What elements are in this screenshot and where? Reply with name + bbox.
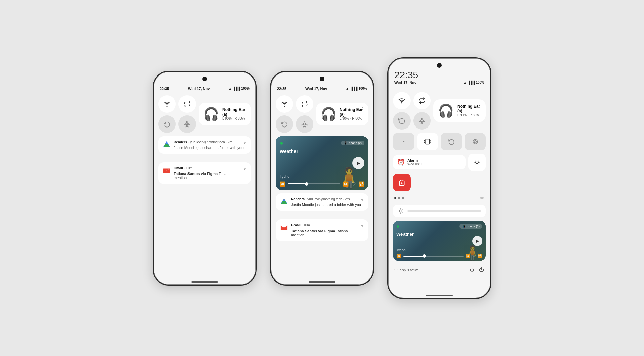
- svg-line-21: [475, 164, 475, 164]
- transfer-toggle[interactable]: [178, 95, 196, 113]
- repeat-button-3[interactable]: 🔁: [478, 254, 482, 258]
- svg-line-17: [475, 160, 475, 160]
- svg-point-10: [401, 102, 402, 103]
- nfc-toggle[interactable]: [465, 133, 486, 150]
- settings-icon[interactable]: ⚙: [470, 267, 474, 273]
- quick-settings-row-3: ⋮ 🎧 Nothing Ear (a) L 90% · R 80%: [393, 92, 486, 130]
- earbuds-more-icon-2[interactable]: ⋮: [360, 106, 365, 112]
- vibrate-toggle[interactable]: [417, 133, 438, 150]
- dot-toggle[interactable]: ●: [393, 133, 414, 150]
- notif-app-gmail-2: Gmail: [291, 223, 301, 227]
- phone-3: 22:35 Wed 17, Nov ▲ ▐▐▐ 100%: [387, 57, 491, 299]
- rewind-button-2[interactable]: ⏪: [280, 181, 285, 187]
- wifi-toggle-3[interactable]: [393, 92, 411, 109]
- phone-device-icon: 📱: [344, 141, 347, 145]
- spotify-icon: ●: [280, 140, 283, 147]
- airplane-toggle[interactable]: [178, 115, 196, 133]
- phone-2: 22:35 Wed 17, Nov ▲ ▐▐▐ 100%: [270, 71, 374, 286]
- media-overlay: ● 📱 phone (2) Weather Tycho ▶ ⏪: [276, 136, 368, 190]
- media-track-artist-3: Tycho: [396, 248, 482, 252]
- heart-button-3[interactable]: ♡: [472, 254, 476, 258]
- earbuds-battery-3: L 90% · R 80%: [457, 113, 481, 117]
- notif-chevron-4[interactable]: ∨: [361, 223, 364, 228]
- quick-settings-row-2: ⋮ 🎧 Nothing Ear (a) L 90% · R 80%: [276, 95, 368, 133]
- repeat-button-2[interactable]: 🔁: [359, 181, 364, 187]
- status-time: 22:35: [160, 87, 169, 91]
- earbuds-card-3[interactable]: ⋮ 🎧 Nothing Ear (a) L 90% · R 80%: [433, 99, 486, 122]
- heart-button-2[interactable]: ♡: [352, 181, 356, 187]
- svg-line-32: [399, 212, 399, 213]
- svg-point-5: [284, 106, 285, 106]
- rotate-toggle-2[interactable]: [276, 115, 293, 133]
- notif-chevron-2[interactable]: ∨: [243, 166, 246, 171]
- svg-line-28: [399, 209, 399, 209]
- gdrive-icon: [163, 141, 170, 148]
- status-date: Wed 17, Nov: [188, 87, 210, 91]
- battery-text-3: 100%: [476, 81, 484, 84]
- media-progress-bar-3[interactable]: [403, 256, 464, 257]
- rotate-toggle-3[interactable]: [393, 112, 411, 130]
- home-bar[interactable]: [191, 281, 218, 283]
- wifi-toggle-2[interactable]: [276, 95, 293, 113]
- airplane-toggle-3[interactable]: [413, 112, 431, 130]
- forward-button-2[interactable]: ⏩: [343, 181, 349, 187]
- flashlight-toggle[interactable]: [393, 174, 411, 191]
- earbuds-battery-2: L 90% · R 80%: [340, 117, 364, 120]
- brightness-slider-row[interactable]: [393, 205, 486, 217]
- earbuds-card-2[interactable]: ⋮ 🎧 Nothing Ear (a) L 90% · R 80%: [316, 103, 368, 125]
- play-button-2[interactable]: ▶: [352, 157, 364, 169]
- media-progress-bar-2[interactable]: [288, 183, 340, 184]
- alarm-tile[interactable]: ⏰ Alarm Wed 08:00: [393, 155, 466, 169]
- battery-icon: 100%: [241, 87, 250, 90]
- notif-text-gmail-2: Tatiana Santos via Figma Tatiana mention…: [291, 229, 364, 237]
- status-bar-2: 22:35 Wed 17, Nov ▲ ▐▐▐ 100%: [276, 87, 368, 91]
- alarm-controls-row: ⏰ Alarm Wed 08:00: [393, 154, 486, 191]
- media-progress-fill-2: [288, 183, 307, 184]
- notification-body-2: Gmail · 10m ∨ Tatiana Santos via Figma T…: [174, 166, 246, 180]
- forward-button-3[interactable]: ⏩: [466, 254, 470, 258]
- status-date-2: Wed 17, Nov: [305, 87, 327, 91]
- media-progress-fill-3: [403, 256, 424, 257]
- svg-line-29: [402, 212, 403, 213]
- dot-1: [394, 197, 396, 199]
- transfer-toggle-2[interactable]: [296, 95, 313, 113]
- power-icon[interactable]: ⏻: [479, 267, 484, 273]
- notif-chevron-1[interactable]: ∨: [243, 140, 246, 145]
- home-bar-2[interactable]: [309, 281, 335, 283]
- signal-icon-3: ▐▐▐: [468, 81, 475, 84]
- signal-icon: ▐▐▐: [233, 87, 240, 90]
- svg-line-33: [402, 209, 403, 209]
- phone-notch-3: [437, 63, 442, 68]
- svg-point-0: [167, 106, 167, 106]
- toggle-column-2: [276, 95, 313, 133]
- svg-marker-4: [165, 141, 168, 144]
- battery-text-2: 100%: [358, 87, 367, 90]
- alarm-time: Wed 08:00: [407, 162, 423, 166]
- dots-row: ✏: [393, 195, 486, 201]
- earbuds-more-icon-3[interactable]: ⋮: [477, 103, 482, 109]
- notif-header-2: Gmail · 10m ∨: [174, 166, 246, 171]
- earbuds-battery: L 90% · R 80%: [222, 117, 246, 120]
- active-apps-text: 1 app is active: [397, 268, 419, 272]
- brightness-track[interactable]: [407, 210, 481, 212]
- media-player-2: 🧍 ● 📱 phone (2) Weather Tycho ▶: [276, 136, 368, 190]
- svg-marker-9: [282, 198, 285, 201]
- transfer-toggle-3[interactable]: [413, 92, 431, 109]
- brightness-ctrl-toggle[interactable]: [468, 154, 486, 171]
- edit-icon[interactable]: ✏: [480, 195, 484, 201]
- rotate-toggle[interactable]: [158, 115, 176, 133]
- earbuds-card[interactable]: ⋮ 🎧 Nothing Ear (a) L 90% · R 80%: [199, 103, 251, 125]
- cast-toggle[interactable]: [441, 133, 462, 150]
- notification-body-4: Gmail · 10m ∨ Tatiana Santos via Figma T…: [291, 223, 364, 237]
- status-bar-1: 22:35 Wed 17, Nov ▲ ▐▐▐ 100%: [158, 87, 251, 91]
- rewind-button-3[interactable]: ⏪: [396, 254, 401, 258]
- wifi-toggle[interactable]: [158, 95, 176, 113]
- airplane-toggle-2[interactable]: [296, 115, 313, 133]
- wifi-icon-3: ▲: [463, 81, 467, 84]
- svg-line-22: [479, 160, 479, 160]
- play-button-3[interactable]: ▶: [472, 236, 482, 246]
- notif-chevron-3[interactable]: ∨: [361, 197, 364, 202]
- home-bar-3[interactable]: [426, 295, 453, 296]
- notif-header-4: Gmail · 10m ∨: [291, 223, 364, 228]
- earbuds-more-icon[interactable]: ⋮: [242, 106, 248, 112]
